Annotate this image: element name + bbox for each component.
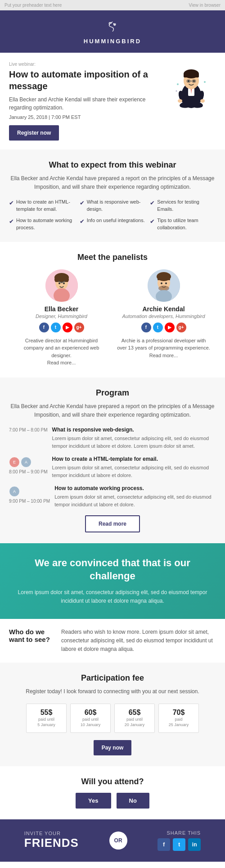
ella-youtube[interactable]: ▶ bbox=[63, 323, 72, 332]
register-button[interactable]: Register now bbox=[9, 125, 59, 141]
program-content-1: What is responsive web-design. Lorem ips… bbox=[52, 427, 216, 450]
no-button[interactable]: No bbox=[117, 793, 149, 809]
read-more-button[interactable]: Read more bbox=[85, 515, 140, 532]
archie-name: Archie Kendal bbox=[117, 305, 210, 313]
ella-name: Ella Becker bbox=[15, 305, 108, 313]
ella-facebook[interactable]: f bbox=[39, 323, 49, 332]
hero-section: Live webinar: How to automate imposition… bbox=[0, 53, 225, 150]
check-text-2: What is responsive web-design. bbox=[87, 199, 146, 213]
check-icon-1: ✔ bbox=[9, 199, 14, 207]
price-card-4: 70$ paid25 January bbox=[158, 704, 199, 733]
program-desc-3: Lorem ipsum dolor sit amet, consectetur … bbox=[54, 493, 216, 508]
expect-section: What to expect from this webinar Ella Be… bbox=[0, 150, 225, 242]
archie-avatar bbox=[148, 269, 180, 302]
price-amount-4: 70$ bbox=[162, 709, 195, 717]
archie-facebook[interactable]: f bbox=[141, 323, 151, 332]
program-section: Program Ella Becker and Archie Kendal ha… bbox=[0, 377, 225, 543]
view-in-browser-link[interactable]: View in browser bbox=[189, 3, 220, 8]
program-item-3: A 9:00 PM – 10:00 PM How to automate wor… bbox=[9, 485, 216, 508]
check-icon-2: ✔ bbox=[80, 199, 85, 207]
archie-googleplus[interactable]: g+ bbox=[176, 323, 186, 332]
panelists-grid: Ella Becker Designer, Hummingbird f t ▶ … bbox=[9, 269, 216, 367]
email-wrapper: Put your preheader text here View in bro… bbox=[0, 0, 225, 868]
price-label-2: paid until10 January bbox=[74, 717, 107, 728]
program-topic-3: How to automate working process. bbox=[54, 485, 216, 491]
svg-point-33 bbox=[161, 282, 162, 284]
program-time-1: 7:00 PM – 8:00 PM bbox=[9, 427, 48, 432]
check-item: ✔ Tips to utilize team collaboration. bbox=[150, 217, 216, 231]
who-description: Readers who wish to know more. Lorem ips… bbox=[61, 628, 216, 654]
share-icons: f t in bbox=[158, 838, 201, 851]
or-circle: OR bbox=[109, 832, 127, 850]
pay-button-wrap: Pay now bbox=[9, 740, 216, 755]
check-text-6: Tips to utilize team collaboration. bbox=[157, 217, 216, 231]
check-item: ✔ Services for testing Emails. bbox=[150, 199, 216, 213]
pay-now-button[interactable]: Pay now bbox=[94, 740, 132, 755]
svg-point-21 bbox=[176, 91, 177, 92]
share-twitter[interactable]: t bbox=[173, 838, 185, 851]
price-label-4: paid25 January bbox=[162, 717, 195, 728]
panelist-archie: Archie Kendal Automation developers, Hum… bbox=[117, 269, 210, 367]
program-content-3: How to automate working process. Lorem i… bbox=[54, 485, 216, 508]
archie-twitter[interactable]: t bbox=[153, 323, 163, 332]
invite-side: Invite your FRIENDS bbox=[24, 831, 79, 850]
svg-point-26 bbox=[63, 282, 65, 284]
program-title: Program bbox=[9, 388, 216, 398]
program-topic-2: How to create a HTML-template for email. bbox=[52, 456, 216, 462]
hero-date: January 25, 2018 | 7:00 PM EST bbox=[9, 114, 162, 120]
program-description: Ella Becker and Archie Kendal have prepa… bbox=[9, 402, 216, 419]
ella-description: Creative director at Hummingbird company… bbox=[15, 337, 108, 367]
program-cta-wrap: Read more bbox=[9, 515, 216, 532]
ella-role: Designer, Hummingbird bbox=[15, 314, 108, 319]
svg-point-25 bbox=[58, 282, 60, 284]
email-header: HUMMINGBIRD bbox=[0, 10, 225, 53]
program-desc-1: Lorem ipsum dolor sit amet, consectetur … bbox=[52, 435, 216, 450]
check-icon-4: ✔ bbox=[9, 218, 14, 226]
price-label-3: paid until20 January bbox=[118, 717, 151, 728]
svg-point-19 bbox=[177, 83, 179, 85]
challenge-description: Lorem ipsum dolor sit amet, consectetur … bbox=[11, 588, 214, 605]
check-text-1: How to create an HTML-template for email… bbox=[16, 199, 75, 213]
yes-button[interactable]: Yes bbox=[76, 793, 111, 809]
price-amount-2: 60$ bbox=[74, 709, 107, 717]
attend-section: Will you attend? Yes No bbox=[0, 766, 225, 819]
archie-read-more[interactable]: Read more... bbox=[149, 353, 178, 358]
share-linkedin[interactable]: in bbox=[188, 838, 201, 851]
program-time-3: A 9:00 PM – 10:00 PM bbox=[9, 485, 50, 504]
price-amount-3: 65$ bbox=[118, 709, 151, 717]
mini-avatar-ella: E bbox=[9, 457, 20, 468]
check-item: ✔ Info on useful integrations. bbox=[80, 217, 146, 231]
program-desc-2: Lorem ipsum dolor sit amet, consectetur … bbox=[52, 464, 216, 479]
panelists-section: Meet the panelists bbox=[0, 242, 225, 377]
svg-point-20 bbox=[204, 81, 206, 83]
price-card-2: 60$ paid until10 January bbox=[70, 704, 111, 733]
check-icon-3: ✔ bbox=[150, 199, 155, 207]
preheader-bar: Put your preheader text here View in bro… bbox=[0, 0, 225, 10]
invite-label: Invite your bbox=[24, 831, 79, 836]
participation-description: Register today! I look forward to connec… bbox=[9, 687, 216, 696]
program-item-2: E A 8:00 PM – 9:00 PM How to create a HT… bbox=[9, 456, 216, 479]
program-item-1: 7:00 PM – 8:00 PM What is responsive web… bbox=[9, 427, 216, 450]
svg-point-15 bbox=[193, 80, 195, 82]
svg-point-1 bbox=[113, 23, 114, 24]
footer-section: HUMMINGBIRD Vector graphics designed by … bbox=[0, 862, 225, 868]
svg-rect-13 bbox=[184, 74, 199, 77]
check-icon-6: ✔ bbox=[150, 218, 155, 226]
ella-social: f t ▶ g+ bbox=[15, 323, 108, 332]
program-content-2: How to create a HTML-template for email.… bbox=[52, 456, 216, 479]
svg-point-10 bbox=[200, 99, 205, 103]
svg-point-0 bbox=[104, 18, 121, 35]
panelist-ella: Ella Becker Designer, Hummingbird f t ▶ … bbox=[15, 269, 108, 367]
check-text-3: Services for testing Emails. bbox=[157, 199, 216, 213]
share-side: Share this f t in bbox=[158, 830, 201, 851]
ella-twitter[interactable]: t bbox=[51, 323, 61, 332]
price-label-1: paid until5 January bbox=[30, 717, 63, 728]
ella-googleplus[interactable]: g+ bbox=[74, 323, 84, 332]
archie-youtube[interactable]: ▶ bbox=[165, 323, 175, 332]
share-facebook[interactable]: f bbox=[158, 838, 170, 851]
who-label: Who do we want to see? bbox=[9, 628, 54, 643]
ella-read-more[interactable]: Read more... bbox=[47, 360, 76, 365]
price-card-1: 55$ paid until5 January bbox=[26, 704, 67, 733]
mini-avatar-archie2: A bbox=[9, 486, 20, 497]
hero-description: Ella Becker and Archie Kendal will share… bbox=[9, 95, 162, 112]
